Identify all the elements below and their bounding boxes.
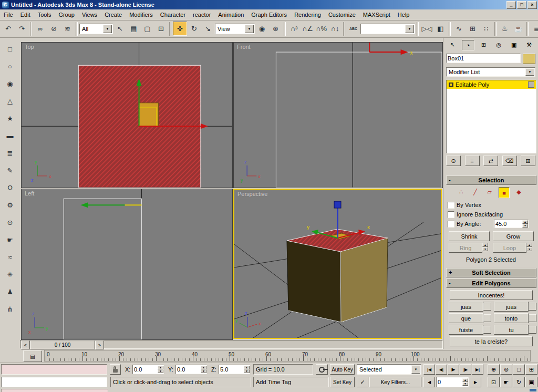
timeline-ruler[interactable]: 0 10 20 30 40 50 60 70 80 90 100 [44, 350, 531, 362]
time-step-back-button[interactable]: < [21, 341, 30, 349]
edit-polygons-rollout-header[interactable]: - Edit Polygons [446, 278, 536, 288]
zoom-extents-all-button[interactable]: ⊞ [525, 364, 537, 375]
chevron-down-icon[interactable]: ▼ [103, 25, 112, 33]
polygon-mode-button[interactable]: ■ [499, 187, 510, 198]
select-object-button[interactable]: ↖ [113, 22, 127, 35]
viewport-front[interactable]: Front x z x y [233, 42, 443, 188]
spinner-snap-button[interactable]: ∩↕ [328, 22, 342, 35]
close-button[interactable]: × [527, 1, 537, 9]
pencil-tool-button[interactable]: ✎ [3, 163, 17, 177]
gear-tool-button[interactable]: ⚙ [3, 198, 17, 212]
y-coord-input[interactable] [176, 366, 201, 373]
tab-hierarchy[interactable]: ⊞ [478, 40, 490, 49]
mirror-button[interactable]: ▷◁ [420, 22, 433, 35]
zoom-button[interactable]: ⊕ [488, 364, 500, 375]
edit-poly-button-inocentes[interactable]: Inocentes! [450, 290, 533, 300]
time-step-forward-button[interactable]: > [95, 341, 104, 349]
edit-poly-settings-button[interactable] [483, 326, 491, 334]
selection-filter-dropdown[interactable]: All ▼ [79, 24, 113, 34]
curve-editor-button[interactable]: ∿ [452, 22, 465, 35]
chevron-down-icon[interactable]: ▼ [411, 365, 420, 374]
select-and-scale-button[interactable]: ↘ [201, 22, 214, 35]
z-coord-input[interactable] [219, 366, 244, 373]
make-unique-button[interactable]: ⇄ [483, 156, 498, 166]
menu-customize[interactable]: Customize [325, 11, 359, 19]
unlink-selection-button[interactable]: ⊘ [47, 22, 60, 35]
loop-button[interactable]: Loop [493, 243, 526, 253]
box-wireframe[interactable] [64, 199, 141, 339]
edit-poly-button-juas-1[interactable]: juas [449, 302, 483, 312]
chevron-down-icon[interactable]: ▼ [525, 68, 534, 76]
edit-poly-button-que[interactable]: que [449, 313, 483, 323]
viewport-top-canvas[interactable]: y x z [22, 43, 232, 188]
auto-key-button[interactable]: Auto Key [330, 364, 355, 375]
key-filters-button[interactable]: Key Filters... [369, 377, 421, 387]
resize-grip[interactable] [530, 389, 536, 391]
gizmo-z-handle[interactable] [334, 201, 341, 208]
ring-button[interactable]: Ring [449, 243, 482, 253]
stack-item-toggle[interactable] [528, 81, 534, 88]
previous-key-button[interactable]: ◀ [423, 377, 435, 387]
box-primitive-button[interactable]: □ [3, 42, 17, 56]
reference-coordinate-dropdown[interactable]: View ▼ [215, 24, 255, 34]
menu-file[interactable]: File [0, 11, 17, 19]
edit-poly-settings-button[interactable] [529, 303, 536, 311]
ignore-backfacing-checkbox[interactable] [448, 211, 454, 218]
menu-help[interactable]: Help [394, 11, 413, 19]
viewport-left[interactable]: Left z y x [21, 189, 233, 340]
show-end-result-button[interactable]: ≡ [465, 156, 480, 166]
selection-rollout-header[interactable]: - Selection [446, 176, 536, 185]
menu-rendering[interactable]: Rendering [291, 11, 325, 19]
angle-snap-button[interactable]: ∩∠ [301, 22, 314, 35]
restore-button[interactable]: □ [517, 1, 526, 9]
pan-button[interactable]: ☛ [500, 377, 512, 387]
edit-poly-settings-button[interactable] [529, 314, 536, 322]
loop-spinner[interactable]: ▲▼ [526, 243, 532, 251]
select-and-rotate-button[interactable]: ↻ [188, 22, 201, 35]
object-color-swatch[interactable] [523, 54, 535, 64]
quick-render-button[interactable]: ☕ [512, 22, 525, 35]
edit-poly-settings-button[interactable] [483, 314, 491, 322]
edit-poly-button-juas-2[interactable]: juas [494, 302, 529, 312]
box-wireframe[interactable] [276, 52, 442, 188]
shrink-button[interactable]: Shrink [449, 231, 490, 241]
border-mode-button[interactable]: ▱ [484, 187, 494, 197]
tab-utilities[interactable]: ⚒ [523, 40, 535, 49]
box-left-face[interactable] [287, 241, 341, 322]
modifier-stack[interactable]: Editable Poly [446, 80, 536, 153]
macro-recorder-box[interactable] [1, 364, 107, 375]
edit-poly-button-fuiste[interactable]: fuiste [449, 325, 483, 335]
edit-poly-settings-button[interactable] [483, 303, 491, 311]
bind-to-space-warp-button[interactable]: ≋ [61, 22, 74, 35]
bones-tool-button[interactable]: ⋔ [3, 302, 17, 316]
next-frame-button[interactable]: |▶ [460, 364, 471, 375]
edit-poly-button-te-la-creiste[interactable]: te la creiste? [450, 336, 533, 346]
edit-named-selection-sets-button[interactable]: ABC [347, 22, 360, 35]
menu-character[interactable]: Character [157, 11, 189, 19]
mini-trackbar-button[interactable]: ▤ [23, 350, 42, 362]
select-and-move-button[interactable]: ✜ [173, 22, 187, 36]
by-vertex-checkbox[interactable] [448, 202, 454, 209]
by-angle-checkbox[interactable] [448, 221, 454, 228]
menu-create[interactable]: Create [101, 11, 126, 19]
min-max-toggle-button[interactable]: ▣ [525, 377, 537, 387]
tab-create[interactable]: ↖ [447, 40, 458, 49]
undo-button[interactable]: ↶ [2, 22, 15, 35]
angle-input[interactable] [494, 220, 522, 228]
window-crossing-button[interactable]: ⊡ [154, 22, 168, 35]
material-editor-button[interactable]: ∷ [480, 22, 493, 35]
zoom-all-button[interactable]: ⊚ [500, 364, 512, 375]
star-shape-button[interactable]: ★ [3, 111, 17, 125]
angle-spinner[interactable]: ▲▼ [522, 220, 528, 228]
frame-spinner[interactable]: ▲▼ [462, 378, 468, 386]
grow-button[interactable]: Grow [493, 231, 534, 241]
schematic-view-button[interactable]: ⊞ [466, 22, 479, 35]
soft-selection-rollout-header[interactable]: + Soft Selection [446, 268, 536, 277]
viewport-left-canvas[interactable]: z y x [22, 189, 232, 339]
edge-mode-button[interactable]: ╱ [470, 187, 480, 197]
percent-snap-button[interactable]: ∩% [315, 22, 328, 35]
edit-poly-button-tu[interactable]: tu [494, 325, 529, 335]
tab-motion[interactable]: ◎ [493, 40, 504, 49]
inset-polygon[interactable] [139, 103, 159, 126]
current-frame-input[interactable] [437, 378, 462, 386]
